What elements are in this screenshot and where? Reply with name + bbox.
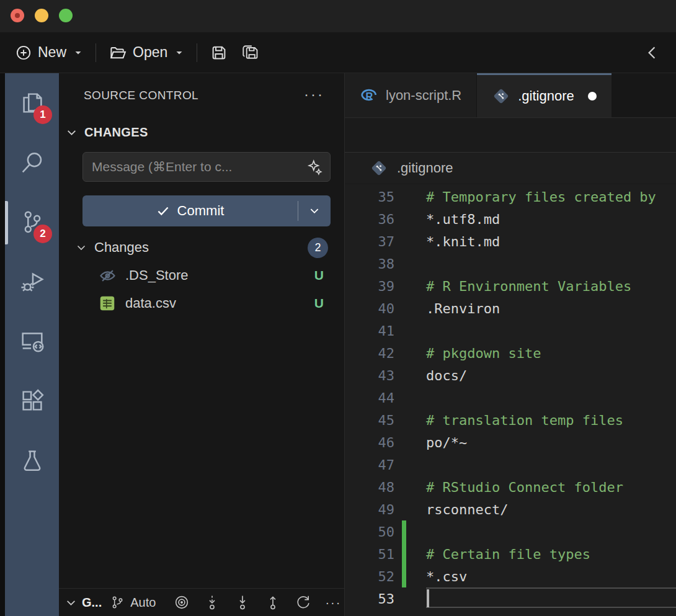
open-label: Open [133, 44, 167, 61]
file-row-ds-store[interactable]: .DS_Store U [59, 262, 344, 288]
line-text: # Certain file types [426, 547, 590, 562]
code-line[interactable]: 49rsconnect/ [345, 498, 676, 520]
more-actions-button[interactable]: ··· [325, 596, 341, 610]
commit-button[interactable]: Commit [82, 195, 298, 226]
toolbar-divider [96, 43, 96, 62]
section-label: CHANGES [84, 125, 148, 140]
code-line[interactable]: 46po/*~ [345, 431, 676, 453]
breadcrumb[interactable]: .gitignore [345, 152, 676, 184]
line-text: .Renviron [426, 301, 500, 316]
file-name: data.csv [125, 295, 176, 311]
code-line[interactable]: 41 [345, 319, 676, 342]
target-icon[interactable] [173, 594, 190, 611]
window-edge [0, 73, 5, 616]
more-actions-button[interactable]: ··· [304, 82, 324, 107]
code-line[interactable]: 35# Temporary files created by [345, 185, 676, 208]
line-number: 44 [345, 390, 394, 406]
tab-bar: R lyon-script.R .gitignore [345, 73, 676, 118]
line-text: *.csv [426, 569, 467, 584]
commit-split-button: Commit [82, 195, 331, 226]
sidebar-item-extensions[interactable] [5, 371, 59, 431]
top-toolbar: New Open [0, 32, 676, 73]
sidebar-item-explorer[interactable]: 1 [5, 73, 59, 133]
code-line[interactable]: 36*.utf8.md [345, 208, 676, 230]
minimize-button[interactable] [35, 9, 48, 22]
zoom-button[interactable] [59, 9, 73, 22]
save-button[interactable] [203, 38, 234, 67]
code-line-current[interactable]: 53 [345, 587, 676, 610]
fetch-icon[interactable] [203, 594, 221, 611]
code-line[interactable]: 50 [345, 520, 676, 543]
line-number: 37 [345, 234, 394, 249]
chevron-down-icon [174, 48, 184, 58]
git-file-icon [370, 159, 388, 177]
source-control-panel: SOURCE CONTROL ··· CHANGES Commit Cha [59, 73, 345, 616]
line-text: # translation temp files [426, 413, 623, 428]
changes-section-header[interactable]: CHANGES [59, 120, 148, 144]
git-file-icon [492, 87, 510, 105]
close-button[interactable] [11, 9, 24, 22]
code-line[interactable]: 39# R Environment Variables [345, 275, 676, 297]
text-cursor [427, 589, 429, 607]
changes-group-row[interactable]: Changes 2 [59, 234, 344, 261]
changes-count-badge: 2 [308, 238, 328, 258]
refresh-icon[interactable] [295, 594, 312, 611]
chevron-down-icon [66, 127, 77, 138]
tab-lyon-script[interactable]: R lyon-script.R [345, 73, 477, 117]
code-line[interactable]: 48# RStudio Connect folder [345, 476, 676, 498]
file-row-data-csv[interactable]: data.csv U [59, 290, 344, 316]
current-line-highlight [426, 587, 676, 608]
panel-title: SOURCE CONTROL [84, 89, 198, 102]
sidebar-item-debug[interactable] [5, 252, 59, 311]
code-line[interactable]: 45# translation temp files [345, 409, 676, 431]
svg-text:R: R [365, 90, 373, 101]
pull-icon[interactable] [234, 594, 251, 611]
sidebar-item-source-control[interactable]: 2 [5, 192, 59, 252]
code-line[interactable]: 47 [345, 453, 676, 476]
scm-graph-bar: G... Auto ··· [59, 588, 344, 616]
git-branch-icon [109, 594, 125, 610]
modified-dot-icon[interactable] [588, 92, 597, 100]
code-line[interactable]: 51# Certain file types [345, 543, 676, 565]
save-all-button[interactable] [234, 38, 267, 68]
code-line[interactable]: 43docs/ [345, 364, 676, 386]
code-line[interactable]: 40.Renviron [345, 297, 676, 319]
diff-added-indicator [402, 565, 406, 587]
sidebar-item-remote-explorer[interactable] [5, 311, 59, 371]
editor-action-bar [345, 118, 676, 152]
explorer-badge: 1 [33, 105, 52, 124]
source-control-badge: 2 [33, 225, 52, 243]
sidebar-item-search[interactable] [5, 133, 59, 192]
code-line[interactable]: 38 [345, 252, 676, 275]
code-line[interactable]: 37*.knit.md [345, 230, 676, 252]
app-window: New Open 1 [0, 0, 676, 616]
line-text: rsconnect/ [426, 502, 508, 517]
line-text: *.knit.md [426, 234, 500, 249]
commit-dropdown-button[interactable] [298, 195, 331, 226]
code-line[interactable]: 44 [345, 386, 676, 409]
line-number: 48 [345, 480, 394, 495]
chevron-left-icon[interactable] [645, 43, 659, 62]
chevron-down-icon[interactable] [66, 597, 76, 608]
push-icon[interactable] [264, 594, 282, 611]
tab-label: .gitignore [518, 88, 574, 104]
commit-label: Commit [177, 203, 225, 219]
git-status-badge: U [314, 268, 324, 283]
sidebar-item-testing[interactable] [5, 431, 59, 490]
chevron-down-icon [76, 243, 86, 252]
line-number: 41 [345, 323, 394, 339]
new-button[interactable]: New [9, 39, 89, 66]
branch-mode-picker[interactable]: Auto [130, 596, 156, 610]
line-number: 35 [345, 189, 394, 205]
commit-message-input[interactable] [83, 153, 330, 181]
chevron-down-icon [309, 205, 320, 216]
line-number: 47 [345, 457, 394, 473]
sparkle-ai-icon[interactable] [305, 158, 324, 179]
title-bar [0, 0, 676, 32]
code-line[interactable]: 52*.csv [345, 565, 676, 587]
code-line[interactable]: 42# pkgdown site [345, 342, 676, 364]
tab-gitignore[interactable]: .gitignore [477, 73, 612, 117]
code-area: 35# Temporary files created by 36*.utf8.… [345, 185, 676, 616]
git-status-badge: U [314, 296, 324, 311]
open-button[interactable]: Open [102, 38, 190, 67]
